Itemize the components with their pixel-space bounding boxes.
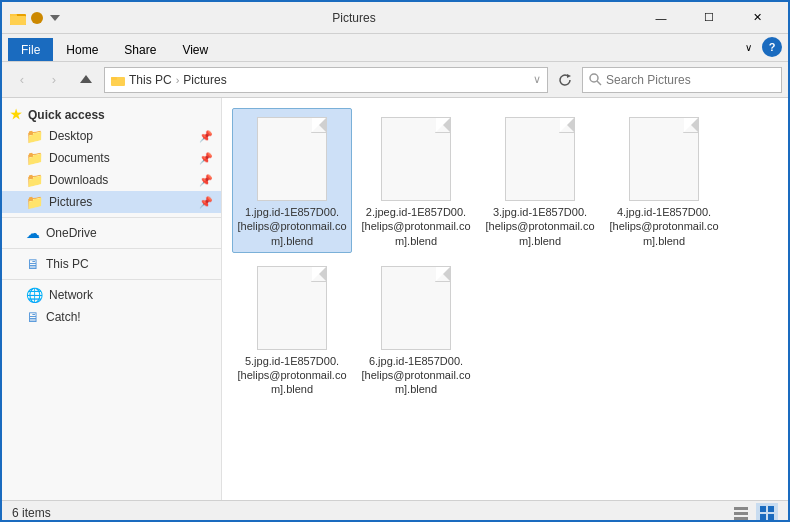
sidebar-item-downloads[interactable]: 📁 Downloads 📌 [2, 169, 221, 191]
sidebar-item-thispc[interactable]: 🖥 This PC [2, 253, 221, 275]
tab-share[interactable]: Share [111, 38, 169, 61]
tab-file[interactable]: File [8, 38, 53, 61]
tab-home[interactable]: Home [53, 38, 111, 61]
address-dropdown-icon[interactable]: ∨ [533, 73, 541, 86]
svg-rect-12 [734, 512, 748, 515]
file-name-4: 4.jpg.id-1E857D00.[helips@protonmail.com… [609, 205, 719, 248]
up-button[interactable] [72, 66, 100, 94]
title-bar-icons [10, 10, 62, 26]
sidebar-item-desktop[interactable]: 📁 Desktop 📌 [2, 125, 221, 147]
ribbon-collapse-button[interactable]: ∨ [739, 40, 758, 55]
quick-access-header[interactable]: ★ Quick access [2, 104, 221, 125]
onedrive-label: OneDrive [46, 226, 97, 240]
pictures-pin-icon: 📌 [199, 196, 213, 209]
address-thispc: This PC [129, 73, 172, 87]
status-bar: 6 items [2, 500, 788, 522]
search-icon [589, 73, 602, 86]
window-title: Pictures [70, 11, 638, 25]
svg-rect-15 [768, 506, 774, 512]
minimize-button[interactable]: — [638, 2, 684, 34]
sidebar-item-network[interactable]: 🌐 Network [2, 284, 221, 306]
svg-point-3 [31, 12, 43, 24]
main-layout: ★ Quick access 📁 Desktop 📌 📁 Documents 📌… [2, 98, 788, 500]
file-fold2-3 [560, 118, 574, 132]
pictures-folder-icon: 📁 [26, 194, 43, 210]
file-item-1[interactable]: 1.jpg.id-1E857D00.[helips@protonmail.com… [232, 108, 352, 253]
file-fold2-6 [436, 267, 450, 281]
svg-rect-17 [768, 514, 774, 520]
catch-label: Catch! [46, 310, 81, 324]
desktop-pin-icon: 📌 [199, 130, 213, 143]
address-pictures: Pictures [183, 73, 226, 87]
file-item-5[interactable]: 5.jpg.id-1E857D00.[helips@protonmail.com… [232, 257, 352, 402]
file-name-6: 6.jpg.id-1E857D00.[helips@protonmail.com… [361, 354, 471, 397]
file-fold2-2 [436, 118, 450, 132]
quick-access-star-icon: ★ [10, 107, 22, 122]
forward-button[interactable]: › [40, 66, 68, 94]
pin-icon-small [30, 11, 44, 25]
folder-icon-address [111, 73, 125, 87]
refresh-button[interactable] [552, 67, 578, 93]
file-icon-5 [257, 266, 327, 350]
title-bar-controls: — ☐ ✕ [638, 2, 780, 34]
network-label: Network [49, 288, 93, 302]
search-input[interactable] [606, 73, 775, 87]
sidebar-item-pictures[interactable]: 📁 Pictures 📌 [2, 191, 221, 213]
navigation-bar: ‹ › This PC › Pictures ∨ [2, 62, 788, 98]
up-arrow-icon [79, 73, 93, 87]
file-name-2: 2.jpeg.id-1E857D00.[helips@protonmail.co… [361, 205, 471, 248]
catch-icon: 🖥 [26, 309, 40, 325]
file-item-4[interactable]: 4.jpg.id-1E857D00.[helips@protonmail.com… [604, 108, 724, 253]
svg-marker-4 [50, 15, 60, 21]
svg-rect-14 [760, 506, 766, 512]
address-bar[interactable]: This PC › Pictures ∨ [104, 67, 548, 93]
file-icon-3 [505, 117, 575, 201]
file-name-3: 3.jpg.id-1E857D00.[helips@protonmail.com… [485, 205, 595, 248]
dropdown-icon-small [48, 11, 62, 25]
pictures-label: Pictures [49, 195, 92, 209]
documents-pin-icon: 📌 [199, 152, 213, 165]
svg-rect-13 [734, 517, 748, 520]
tile-view-icon [759, 505, 775, 521]
svg-marker-8 [567, 74, 571, 78]
refresh-icon [558, 73, 572, 87]
maximize-button[interactable]: ☐ [686, 2, 732, 34]
documents-folder-icon: 📁 [26, 150, 43, 166]
sidebar-divider-2 [2, 248, 221, 249]
file-icon-2 [381, 117, 451, 201]
file-fold2-1 [312, 118, 326, 132]
file-item-2[interactable]: 2.jpeg.id-1E857D00.[helips@protonmail.co… [356, 108, 476, 253]
network-icon: 🌐 [26, 287, 43, 303]
sidebar-item-onedrive[interactable]: ☁ OneDrive [2, 222, 221, 244]
file-item-3[interactable]: 3.jpg.id-1E857D00.[helips@protonmail.com… [480, 108, 600, 253]
list-view-icon [733, 505, 749, 521]
ribbon-right: ∨ ? [739, 37, 782, 61]
documents-label: Documents [49, 151, 110, 165]
back-button[interactable]: ‹ [8, 66, 36, 94]
sidebar: ★ Quick access 📁 Desktop 📌 📁 Documents 📌… [2, 98, 222, 500]
file-area: 1.jpg.id-1E857D00.[helips@protonmail.com… [222, 98, 788, 500]
tile-view-button[interactable] [756, 503, 778, 523]
desktop-folder-icon: 📁 [26, 128, 43, 144]
downloads-label: Downloads [49, 173, 108, 187]
svg-point-9 [590, 74, 598, 82]
thispc-icon: 🖥 [26, 256, 40, 272]
list-view-button[interactable] [730, 503, 752, 523]
onedrive-icon: ☁ [26, 225, 40, 241]
view-controls [730, 503, 778, 523]
tab-view[interactable]: View [169, 38, 221, 61]
search-box[interactable] [582, 67, 782, 93]
sidebar-divider-1 [2, 217, 221, 218]
sidebar-item-documents[interactable]: 📁 Documents 📌 [2, 147, 221, 169]
close-button[interactable]: ✕ [734, 2, 780, 34]
sidebar-item-catch[interactable]: 🖥 Catch! [2, 306, 221, 328]
thispc-label: This PC [46, 257, 89, 271]
downloads-folder-icon: 📁 [26, 172, 43, 188]
help-button[interactable]: ? [762, 37, 782, 57]
item-count: 6 items [12, 506, 51, 520]
svg-rect-11 [734, 507, 748, 510]
svg-line-10 [597, 81, 601, 85]
file-icon-4 [629, 117, 699, 201]
file-item-6[interactable]: 6.jpg.id-1E857D00.[helips@protonmail.com… [356, 257, 476, 402]
title-bar: Pictures — ☐ ✕ [2, 2, 788, 34]
